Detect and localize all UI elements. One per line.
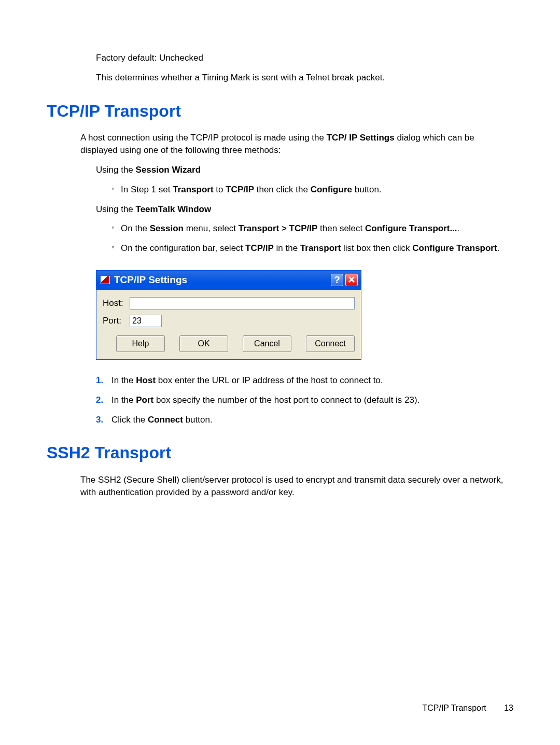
page-number: 13	[504, 704, 513, 712]
tt-step-config-bar: On the configuration bar, select TCP/IP …	[111, 242, 513, 255]
connect-button[interactable]: Connect	[306, 335, 355, 352]
heading-tcpip: TCP/IP Transport	[47, 100, 513, 123]
footer-label: TCP/IP Transport	[422, 704, 486, 712]
using-session-wizard: Using the Session Wizard	[96, 164, 513, 176]
help-icon[interactable]: ?	[331, 274, 343, 286]
dialog-title: TCP/IP Settings	[114, 273, 331, 287]
sw-step: In Step 1 set Transport to TCP/IP then c…	[111, 184, 513, 196]
dialog-title-bar[interactable]: TCP/IP Settings ? ✕	[96, 271, 361, 290]
heading-ssh2: SSH2 Transport	[47, 441, 513, 465]
tcpip-intro: A host connection using the TCP/IP proto…	[80, 132, 513, 157]
tt-step-session-menu: On the Session menu, select Transport > …	[111, 222, 513, 235]
step-2: 2. In the Port box specify the number of…	[96, 394, 513, 406]
ok-button[interactable]: OK	[179, 335, 228, 352]
factory-default-line: Factory default: Unchecked	[96, 52, 513, 64]
help-button[interactable]: Help	[116, 335, 165, 352]
tcpip-settings-dialog: TCP/IP Settings ? ✕ Host: Port: Help OK …	[96, 270, 361, 360]
host-input[interactable]	[130, 297, 355, 310]
close-icon[interactable]: ✕	[345, 274, 358, 286]
port-label: Port:	[103, 315, 130, 327]
step-1: 1. In the Host box enter the URL or IP a…	[96, 374, 513, 387]
host-label: Host:	[103, 297, 130, 310]
port-input[interactable]	[130, 315, 162, 327]
ssh2-intro: The SSH2 (Secure Shell) client/server pr…	[80, 474, 513, 499]
app-icon	[101, 276, 110, 284]
page-footer: TCP/IP Transport 13	[422, 702, 513, 714]
cancel-button[interactable]: Cancel	[243, 335, 291, 352]
step-3: 3. Click the Connect button.	[96, 414, 513, 426]
timing-mark-desc: This determines whether a Timing Mark is…	[96, 72, 513, 84]
using-teemtalk-window: Using the TeemTalk Window	[96, 203, 513, 216]
